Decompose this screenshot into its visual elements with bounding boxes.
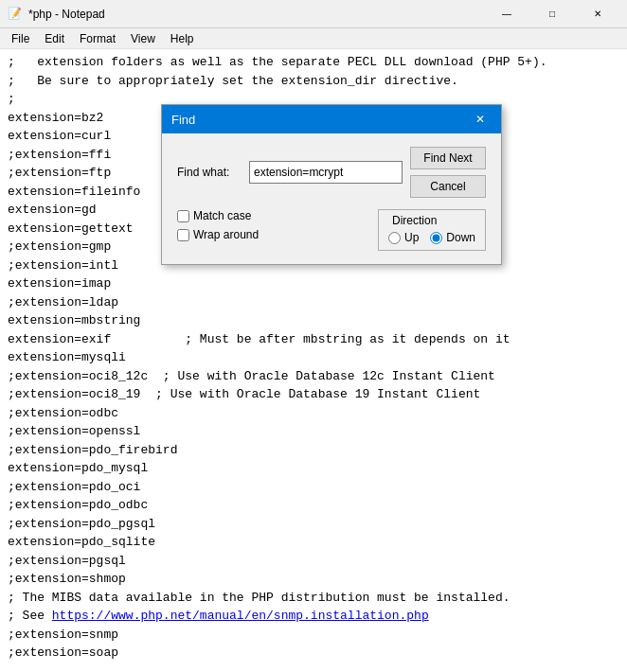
app-icon: 📝 [8, 7, 23, 22]
editor-line: extension=imap [8, 274, 619, 293]
window-title: *php - Notepad [28, 8, 485, 21]
dialog-title: Find [171, 113, 469, 127]
menu-bar: File Edit Format View Help [0, 28, 627, 49]
wrap-around-label[interactable]: Wrap around [177, 228, 259, 241]
cancel-button[interactable]: Cancel [410, 175, 486, 198]
direction-up-label[interactable]: Up [388, 231, 419, 244]
direction-down-radio[interactable] [430, 232, 442, 244]
editor-line: ;extension=pdo_firebird [8, 441, 619, 460]
direction-group: Direction Up Down [378, 209, 486, 251]
find-dialog: Find ✕ Find what: Find Next Cancel Match… [161, 104, 502, 265]
editor-line: ;extension=ldap [8, 293, 619, 312]
find-what-input[interactable] [249, 161, 403, 184]
editor-line: ;extension=snmp [8, 626, 619, 645]
wrap-around-text: Wrap around [193, 228, 259, 241]
minimize-button[interactable]: — [485, 0, 528, 28]
direction-up-text: Up [404, 231, 419, 244]
editor-line: extension=mbstring [8, 311, 619, 330]
maximize-button[interactable]: □ [530, 0, 574, 28]
editor-line: ; Be sure to appropriately set the exten… [8, 72, 619, 91]
editor-line: ;extension=oci8_19 ; Use with Oracle Dat… [8, 385, 619, 404]
editor-line: extension=exif ; Must be after mbstring … [8, 330, 619, 349]
find-what-label: Find what: [177, 166, 242, 179]
dialog-close-button[interactable]: ✕ [469, 108, 492, 131]
find-what-row: Find what: Find Next Cancel [177, 147, 486, 198]
menu-format[interactable]: Format [72, 28, 123, 48]
checkbox-group: Match case Wrap around [177, 209, 259, 241]
direction-down-text: Down [446, 231, 475, 244]
editor-line: extension=pdo_mysql [8, 459, 619, 478]
direction-options: Up Down [388, 231, 475, 244]
dialog-buttons: Find Next Cancel [410, 147, 486, 198]
editor-line: ;extension=openssl [8, 422, 619, 441]
match-case-label[interactable]: Match case [177, 209, 259, 222]
menu-edit[interactable]: Edit [37, 28, 72, 48]
editor-line: extension=mysqli [8, 348, 619, 367]
editor-line: ; The MIBS data available in the PHP dis… [8, 589, 619, 608]
direction-legend: Direction [388, 214, 475, 227]
direction-down-label[interactable]: Down [430, 231, 475, 244]
title-bar: 📝 *php - Notepad — □ ✕ [0, 0, 627, 28]
editor-line: ;extension=oci8_12c ; Use with Oracle Da… [8, 367, 619, 386]
editor-line: ;extension=pdo_pgsql [8, 515, 619, 534]
wrap-around-checkbox[interactable] [177, 229, 189, 241]
editor-line: extension=pdo_sqlite [8, 533, 619, 552]
match-case-checkbox[interactable] [177, 210, 189, 222]
editor-line: ;extension=pdo_odbc [8, 496, 619, 515]
menu-help[interactable]: Help [163, 28, 202, 48]
dialog-title-bar: Find ✕ [162, 105, 501, 133]
editor-line: ; See https://www.php.net/manual/en/snmp… [8, 607, 619, 626]
menu-file[interactable]: File [4, 28, 37, 48]
editor-line: ;extension=shmop [8, 570, 619, 589]
close-button[interactable]: ✕ [576, 0, 619, 28]
find-next-button[interactable]: Find Next [410, 147, 486, 169]
window-controls: — □ ✕ [485, 0, 619, 28]
menu-view[interactable]: View [123, 28, 163, 48]
editor-line: ;extension=pdo_oci [8, 478, 619, 497]
direction-up-radio[interactable] [388, 232, 401, 244]
editor-line: ;extension=soap [8, 644, 619, 663]
editor-line: ;extension=pgsql [8, 552, 619, 571]
editor-line: ; extension folders as well as the separ… [8, 53, 619, 72]
dialog-body: Find what: Find Next Cancel Match case W… [162, 133, 501, 264]
options-row: Match case Wrap around Direction Up Do [177, 209, 486, 251]
match-case-text: Match case [193, 209, 251, 222]
editor-line: ;extension=odbc [8, 404, 619, 423]
